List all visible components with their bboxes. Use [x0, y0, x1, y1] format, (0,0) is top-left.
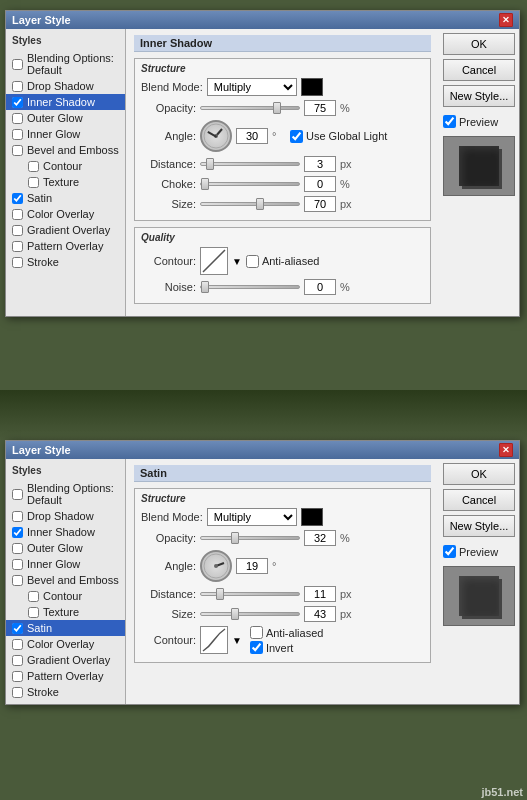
- dialog1-cancel-button[interactable]: Cancel: [443, 59, 515, 81]
- style-item-pattern-overlay[interactable]: Pattern Overlay: [6, 238, 125, 254]
- d2-style-gradient[interactable]: Gradient Overlay: [6, 652, 125, 668]
- style-checkbox-color[interactable]: [12, 209, 23, 220]
- d2-style-outer-glow[interactable]: Outer Glow: [6, 540, 125, 556]
- distance-input[interactable]: [304, 156, 336, 172]
- dialog2-cancel-button[interactable]: Cancel: [443, 489, 515, 511]
- d2-style-stroke[interactable]: Stroke: [6, 684, 125, 700]
- d2-anti-aliased-checkbox[interactable]: [250, 626, 263, 639]
- contour-dropdown-arrow[interactable]: ▼: [232, 256, 242, 267]
- style-checkbox-texture[interactable]: [28, 177, 39, 188]
- d2-cb-pattern[interactable]: [12, 671, 23, 682]
- opacity-slider[interactable]: [200, 106, 300, 110]
- d2-cb-color[interactable]: [12, 639, 23, 650]
- d2-distance-input[interactable]: [304, 586, 336, 602]
- d2-style-satin[interactable]: Satin: [6, 620, 125, 636]
- dialog2-ok-button[interactable]: OK: [443, 463, 515, 485]
- style-item-color-overlay[interactable]: Color Overlay: [6, 206, 125, 222]
- d2-style-pattern[interactable]: Pattern Overlay: [6, 668, 125, 684]
- d2-cb-drop[interactable]: [12, 511, 23, 522]
- style-checkbox-blending[interactable]: [12, 59, 23, 70]
- dialog2-new-style-button[interactable]: New Style...: [443, 515, 515, 537]
- d2-style-texture[interactable]: Texture: [6, 604, 125, 620]
- noise-thumb[interactable]: [201, 281, 209, 293]
- dialog1-new-style-button[interactable]: New Style...: [443, 85, 515, 107]
- d2-size-slider[interactable]: [200, 612, 300, 616]
- style-checkbox-bevel[interactable]: [12, 145, 23, 156]
- dialog1-preview-checkbox[interactable]: [443, 115, 456, 128]
- d2-style-drop[interactable]: Drop Shadow: [6, 508, 125, 524]
- d2-blend-select[interactable]: Multiply: [207, 508, 297, 526]
- size-input[interactable]: [304, 196, 336, 212]
- contour-preview[interactable]: [200, 247, 228, 275]
- dialog1-close-button[interactable]: ✕: [499, 13, 513, 27]
- d2-style-color[interactable]: Color Overlay: [6, 636, 125, 652]
- style-checkbox-inner[interactable]: [12, 97, 23, 108]
- choke-slider[interactable]: [200, 182, 300, 186]
- blend-color-swatch[interactable]: [301, 78, 323, 96]
- blend-mode-select[interactable]: Multiply: [207, 78, 297, 96]
- d2-angle-dial[interactable]: [200, 550, 232, 582]
- d2-blend-swatch[interactable]: [301, 508, 323, 526]
- d2-cb-bevel[interactable]: [12, 575, 23, 586]
- style-item-inner-shadow[interactable]: Inner Shadow: [6, 94, 125, 110]
- angle-dial[interactable]: [200, 120, 232, 152]
- anti-aliased-checkbox[interactable]: [246, 255, 259, 268]
- d2-contour-preview[interactable]: [200, 626, 228, 654]
- dialog2-close-button[interactable]: ✕: [499, 443, 513, 457]
- style-checkbox-contour[interactable]: [28, 161, 39, 172]
- style-item-gradient-overlay[interactable]: Gradient Overlay: [6, 222, 125, 238]
- style-checkbox-gradient[interactable]: [12, 225, 23, 236]
- style-checkbox-stroke[interactable]: [12, 257, 23, 268]
- distance-slider[interactable]: [200, 162, 300, 166]
- d2-distance-thumb[interactable]: [216, 588, 224, 600]
- d2-size-input[interactable]: [304, 606, 336, 622]
- style-item-blending[interactable]: Blending Options: Default: [6, 50, 125, 78]
- distance-thumb[interactable]: [206, 158, 214, 170]
- style-item-texture[interactable]: Texture: [6, 174, 125, 190]
- d2-cb-stroke[interactable]: [12, 687, 23, 698]
- style-item-outer-glow[interactable]: Outer Glow: [6, 110, 125, 126]
- d2-contour-arrow[interactable]: ▼: [232, 635, 242, 646]
- style-item-drop-shadow[interactable]: Drop Shadow: [6, 78, 125, 94]
- d2-opacity-thumb[interactable]: [231, 532, 239, 544]
- style-checkbox-satin[interactable]: [12, 193, 23, 204]
- style-item-satin[interactable]: Satin: [6, 190, 125, 206]
- style-item-contour[interactable]: Contour: [6, 158, 125, 174]
- dialog1-ok-button[interactable]: OK: [443, 33, 515, 55]
- opacity-input[interactable]: [304, 100, 336, 116]
- d2-cb-outer[interactable]: [12, 543, 23, 554]
- d2-size-thumb[interactable]: [231, 608, 239, 620]
- style-checkbox-outer-glow[interactable]: [12, 113, 23, 124]
- d2-cb-blending[interactable]: [12, 489, 23, 500]
- d2-style-contour[interactable]: Contour: [6, 588, 125, 604]
- style-checkbox-pattern[interactable]: [12, 241, 23, 252]
- style-item-inner-glow[interactable]: Inner Glow: [6, 126, 125, 142]
- d2-cb-gradient[interactable]: [12, 655, 23, 666]
- noise-input[interactable]: [304, 279, 336, 295]
- noise-slider[interactable]: [200, 285, 300, 289]
- global-light-checkbox[interactable]: [290, 130, 303, 143]
- dialog2-preview-checkbox[interactable]: [443, 545, 456, 558]
- size-slider[interactable]: [200, 202, 300, 206]
- d2-opacity-input[interactable]: [304, 530, 336, 546]
- d2-opacity-slider[interactable]: [200, 536, 300, 540]
- choke-input[interactable]: [304, 176, 336, 192]
- d2-invert-checkbox[interactable]: [250, 641, 263, 654]
- style-item-stroke[interactable]: Stroke: [6, 254, 125, 270]
- opacity-thumb[interactable]: [273, 102, 281, 114]
- d2-cb-inner[interactable]: [12, 527, 23, 538]
- d2-cb-contour[interactable]: [28, 591, 39, 602]
- style-checkbox-inner-glow[interactable]: [12, 129, 23, 140]
- d2-style-inner-glow[interactable]: Inner Glow: [6, 556, 125, 572]
- size-thumb[interactable]: [256, 198, 264, 210]
- d2-angle-input[interactable]: [236, 558, 268, 574]
- d2-style-inner-shadow[interactable]: Inner Shadow: [6, 524, 125, 540]
- d2-style-bevel[interactable]: Bevel and Emboss: [6, 572, 125, 588]
- d2-cb-inner-glow[interactable]: [12, 559, 23, 570]
- d2-style-blending[interactable]: Blending Options: Default: [6, 480, 125, 508]
- choke-thumb[interactable]: [201, 178, 209, 190]
- style-checkbox-drop[interactable]: [12, 81, 23, 92]
- angle-input[interactable]: [236, 128, 268, 144]
- d2-distance-slider[interactable]: [200, 592, 300, 596]
- d2-cb-satin[interactable]: [12, 623, 23, 634]
